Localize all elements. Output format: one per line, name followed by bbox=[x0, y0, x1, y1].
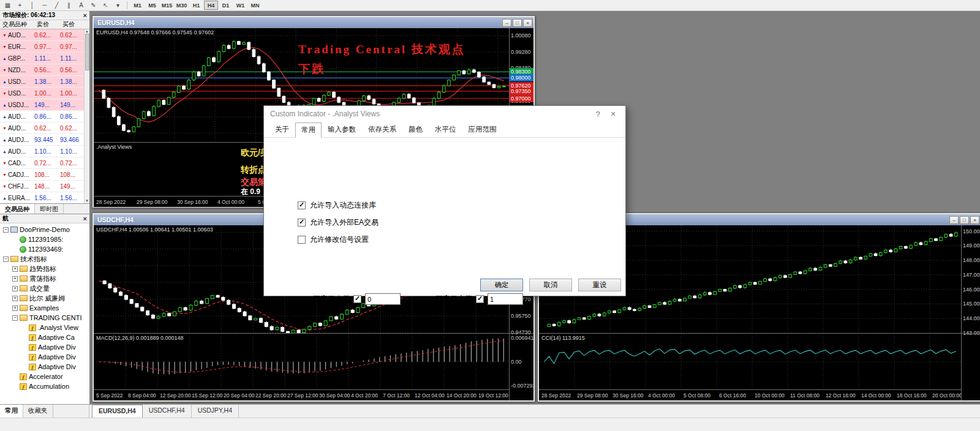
dialog-tab[interactable]: 水平位 bbox=[429, 122, 462, 137]
tree-item[interactable]: +趋势指标 bbox=[0, 264, 89, 274]
minimize-button[interactable]: – bbox=[949, 216, 959, 224]
checkbox[interactable] bbox=[476, 295, 484, 303]
tree-item[interactable]: 112393469: bbox=[0, 244, 89, 254]
tree-item[interactable]: fAdaptive Div bbox=[0, 352, 89, 362]
tree-item[interactable]: fAdaptive Ca bbox=[0, 332, 89, 342]
expand-icon[interactable]: + bbox=[12, 305, 18, 311]
scroll-down-icon[interactable]: ▼ bbox=[85, 199, 89, 203]
help-icon[interactable]: ? bbox=[589, 110, 607, 119]
tree-item[interactable]: −TRADING CENTI bbox=[0, 313, 89, 323]
scrollbar-thumb[interactable] bbox=[85, 34, 89, 70]
dialog-tab[interactable]: 输入参数 bbox=[322, 122, 362, 137]
market-watch-row[interactable]: ▼CHFJ...148...149... bbox=[0, 181, 84, 192]
market-watch-tab[interactable]: 即时图 bbox=[35, 204, 64, 214]
market-watch-row[interactable]: ▲EURA...1.56...1.56... bbox=[0, 192, 84, 203]
minimize-button[interactable]: – bbox=[502, 19, 511, 27]
tree-item[interactable]: +震荡指标 bbox=[0, 274, 89, 283]
tree-item[interactable]: −DooPrime-Demo bbox=[0, 225, 89, 234]
market-watch-row[interactable]: ▲AUD...1.10...1.10... bbox=[0, 146, 84, 157]
cancel-button[interactable]: 取消 bbox=[529, 279, 572, 291]
tree-item[interactable]: fAccelerator bbox=[0, 372, 89, 381]
draw-tool-icon[interactable]: ✎ bbox=[88, 1, 99, 10]
market-watch-row[interactable]: ▲AUDJ...93.44593.466 bbox=[0, 134, 84, 146]
cursor-icon[interactable]: ↖ bbox=[100, 1, 111, 10]
tree-item[interactable]: +比尔 威廉姆 bbox=[0, 293, 89, 303]
horizontal-line-icon[interactable]: ─ bbox=[39, 1, 50, 10]
timeframe-d1[interactable]: D1 bbox=[219, 1, 233, 10]
market-watch-row[interactable]: ▼AUD...0.62...0.62... bbox=[0, 29, 84, 41]
market-watch-row[interactable]: ▼AUD...0.62...0.62... bbox=[0, 122, 84, 134]
timeframe-m30[interactable]: M30 bbox=[175, 1, 189, 10]
column-symbol[interactable]: 交易品种 bbox=[2, 20, 37, 29]
custom-indicator-dialog[interactable]: Custom Indicator - .Analyst Views ? × 关于… bbox=[263, 105, 626, 296]
collapse-icon[interactable]: − bbox=[3, 227, 9, 233]
dialog-tab[interactable]: 颜色 bbox=[402, 122, 429, 137]
reset-button[interactable]: 重设 bbox=[578, 279, 621, 291]
tree-item[interactable]: fAccumulation bbox=[0, 381, 89, 391]
tree-item[interactable]: 112391985: bbox=[0, 234, 89, 244]
crosshair-icon[interactable]: + bbox=[14, 1, 26, 10]
checkbox[interactable] bbox=[298, 236, 306, 244]
scroll-up-icon[interactable]: ▲ bbox=[85, 29, 89, 33]
channel-icon[interactable]: ∥ bbox=[63, 1, 75, 10]
tree-item[interactable]: −技术指标 bbox=[0, 254, 89, 264]
dialog-tab[interactable]: 关于 bbox=[269, 122, 295, 137]
market-watch-row[interactable]: ▼USD...1.00...1.00... bbox=[0, 88, 84, 99]
column-ask[interactable]: 买价 bbox=[62, 20, 86, 29]
trendline-icon[interactable]: ╱ bbox=[51, 1, 62, 10]
close-icon[interactable]: × bbox=[607, 109, 619, 119]
close-icon[interactable]: × bbox=[83, 215, 87, 222]
cci-pane[interactable]: CCI(14) 113.9915 bbox=[539, 333, 961, 389]
tree-item[interactable]: +Examples bbox=[0, 303, 89, 313]
expand-icon[interactable]: + bbox=[12, 266, 18, 272]
market-watch-row[interactable]: ▼NZD...0.56...0.56... bbox=[0, 64, 84, 76]
close-button[interactable]: × bbox=[523, 19, 532, 27]
timeframe-m1[interactable]: M1 bbox=[130, 1, 145, 10]
close-icon[interactable]: × bbox=[83, 12, 87, 19]
tree-item[interactable]: fAdaptive Div bbox=[0, 342, 89, 352]
market-watch-row[interactable]: ▼CADJ...108...108... bbox=[0, 169, 84, 181]
expand-icon[interactable]: + bbox=[12, 296, 18, 301]
timeframe-w1[interactable]: W1 bbox=[233, 1, 247, 10]
dialog-tab[interactable]: 应用范围 bbox=[462, 122, 503, 137]
window-tab[interactable]: EURUSD,H4 bbox=[92, 405, 143, 418]
market-watch-row[interactable]: ▲GBP...1.11...1.11... bbox=[0, 53, 84, 64]
tree-item[interactable]: +成交量 bbox=[0, 283, 89, 293]
restore-button[interactable]: □ bbox=[960, 216, 969, 224]
macd-pane[interactable]: MACD(12,26,9) 0.001889 0.000148 bbox=[94, 333, 509, 389]
timeframe-h1[interactable]: H1 bbox=[189, 1, 203, 10]
tree-item[interactable]: fAdaptive Div bbox=[0, 362, 89, 372]
dialog-tab[interactable]: 常用 bbox=[295, 122, 322, 138]
charts-grid-icon[interactable]: ▦ bbox=[2, 1, 13, 10]
timeframe-h4[interactable]: H4 bbox=[204, 1, 218, 10]
timeframe-m5[interactable]: M5 bbox=[145, 1, 159, 10]
vertical-line-icon[interactable]: │ bbox=[26, 1, 38, 10]
checkbox[interactable] bbox=[298, 201, 306, 209]
checkbox[interactable] bbox=[298, 219, 306, 227]
market-watch-row[interactable]: ▲USD...1.38...1.38... bbox=[0, 76, 84, 88]
market-watch-row[interactable]: ▼EUR...0.97...0.97... bbox=[0, 41, 84, 53]
market-watch-row[interactable]: ▼CAD...0.72...0.72... bbox=[0, 157, 84, 169]
max-value-input[interactable] bbox=[488, 293, 523, 305]
collapse-icon[interactable]: − bbox=[3, 257, 9, 262]
timeframe-mn[interactable]: MN bbox=[248, 1, 262, 10]
dialog-titlebar[interactable]: Custom Indicator - .Analyst Views ? × bbox=[264, 106, 625, 122]
indicators-dropdown-icon[interactable]: ▾ bbox=[112, 1, 124, 10]
text-label-icon[interactable]: A bbox=[75, 1, 87, 10]
checkbox[interactable] bbox=[353, 295, 361, 303]
column-bid[interactable]: 卖价 bbox=[37, 20, 62, 29]
min-value-input[interactable] bbox=[365, 293, 401, 305]
expand-icon[interactable]: + bbox=[12, 286, 18, 291]
expand-icon[interactable]: + bbox=[12, 276, 18, 282]
dialog-tab[interactable]: 依存关系 bbox=[362, 122, 402, 137]
window-titlebar[interactable]: EURUSD,H4 – □ × bbox=[94, 17, 533, 28]
market-watch-row[interactable]: ▲USDJ...149...149... bbox=[0, 99, 84, 111]
navigator-tab[interactable]: 收藏夹 bbox=[23, 405, 53, 418]
close-button[interactable]: × bbox=[970, 216, 979, 224]
collapse-icon[interactable]: − bbox=[12, 315, 18, 321]
restore-button[interactable]: □ bbox=[513, 19, 522, 27]
navigator-tab[interactable]: 常用 bbox=[0, 405, 23, 418]
ok-button[interactable]: 确定 bbox=[480, 279, 523, 291]
window-tab[interactable]: USDJPY,H4 bbox=[192, 405, 239, 418]
market-watch-row[interactable]: ▲AUD...0.86...0.86... bbox=[0, 111, 84, 122]
